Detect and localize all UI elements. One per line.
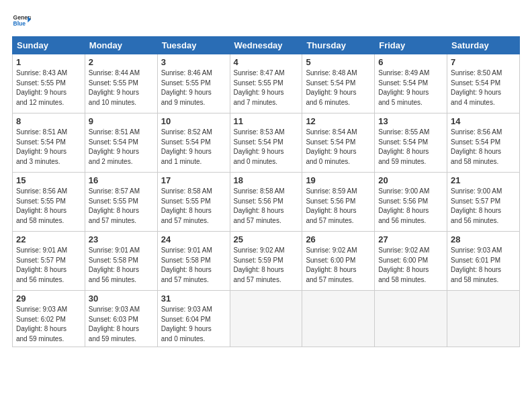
day-info: Sunrise: 9:00 AM Sunset: 5:57 PM Dayligh…: [451, 187, 516, 226]
day-info: Sunrise: 9:03 AM Sunset: 6:01 PM Dayligh…: [451, 246, 516, 285]
day-number: 20: [378, 175, 443, 185]
calendar-day-cell: 26Sunrise: 9:02 AM Sunset: 6:00 PM Dayli…: [302, 232, 375, 291]
calendar-day-cell: 20Sunrise: 9:00 AM Sunset: 5:56 PM Dayli…: [375, 173, 447, 232]
day-number: 4: [234, 57, 299, 67]
day-number: 28: [451, 234, 516, 244]
calendar-week-row: 8Sunrise: 8:51 AM Sunset: 5:54 PM Daylig…: [13, 113, 520, 173]
day-info: Sunrise: 9:02 AM Sunset: 6:00 PM Dayligh…: [306, 246, 371, 285]
day-info: Sunrise: 9:03 AM Sunset: 6:02 PM Dayligh…: [16, 305, 81, 344]
day-number: 5: [306, 57, 371, 67]
day-number: 14: [451, 116, 516, 126]
calendar-week-row: 29Sunrise: 9:03 AM Sunset: 6:02 PM Dayli…: [13, 291, 520, 347]
day-info: Sunrise: 8:44 AM Sunset: 5:55 PM Dayligh…: [89, 68, 154, 107]
day-number: 23: [89, 234, 154, 244]
day-number: 6: [378, 57, 443, 67]
weekday-header-row: SundayMondayTuesdayWednesdayThursdayFrid…: [13, 37, 520, 54]
day-number: 16: [89, 175, 154, 185]
day-info: Sunrise: 8:56 AM Sunset: 5:55 PM Dayligh…: [16, 187, 81, 226]
calendar-day-cell: 25Sunrise: 9:02 AM Sunset: 5:59 PM Dayli…: [230, 232, 302, 291]
day-info: Sunrise: 8:49 AM Sunset: 5:54 PM Dayligh…: [378, 68, 443, 107]
day-number: 18: [234, 175, 299, 185]
day-info: Sunrise: 9:02 AM Sunset: 5:59 PM Dayligh…: [234, 246, 299, 285]
calendar-day-cell: [375, 291, 447, 347]
day-number: 30: [89, 293, 154, 304]
day-number: 11: [234, 116, 299, 126]
calendar-day-cell: 14Sunrise: 8:56 AM Sunset: 5:54 PM Dayli…: [447, 113, 520, 173]
calendar-day-cell: 4Sunrise: 8:47 AM Sunset: 5:55 PM Daylig…: [230, 54, 302, 113]
day-number: 25: [234, 234, 299, 244]
day-info: Sunrise: 9:01 AM Sunset: 5:57 PM Dayligh…: [16, 246, 81, 285]
calendar-day-cell: [230, 291, 302, 347]
calendar-day-cell: 7Sunrise: 8:50 AM Sunset: 5:54 PM Daylig…: [447, 54, 520, 113]
day-info: Sunrise: 8:50 AM Sunset: 5:54 PM Dayligh…: [451, 68, 516, 107]
day-info: Sunrise: 8:51 AM Sunset: 5:54 PM Dayligh…: [89, 128, 154, 167]
calendar-table: SundayMondayTuesdayWednesdayThursdayFrid…: [12, 36, 520, 347]
calendar-day-cell: 27Sunrise: 9:02 AM Sunset: 6:00 PM Dayli…: [375, 232, 447, 291]
weekday-header: Sunday: [13, 37, 85, 54]
day-info: Sunrise: 8:56 AM Sunset: 5:54 PM Dayligh…: [451, 128, 516, 167]
calendar-day-cell: 22Sunrise: 9:01 AM Sunset: 5:57 PM Dayli…: [13, 232, 85, 291]
weekday-header: Friday: [375, 37, 447, 54]
calendar-day-cell: 18Sunrise: 8:58 AM Sunset: 5:56 PM Dayli…: [230, 173, 302, 232]
day-info: Sunrise: 8:51 AM Sunset: 5:54 PM Dayligh…: [16, 128, 81, 167]
header: General Blue: [12, 12, 520, 31]
day-info: Sunrise: 8:52 AM Sunset: 5:54 PM Dayligh…: [161, 128, 226, 167]
calendar-day-cell: 17Sunrise: 8:58 AM Sunset: 5:55 PM Dayli…: [157, 173, 230, 232]
weekday-header: Saturday: [447, 37, 520, 54]
calendar-day-cell: 28Sunrise: 9:03 AM Sunset: 6:01 PM Dayli…: [447, 232, 520, 291]
day-number: 24: [161, 234, 226, 244]
day-info: Sunrise: 8:57 AM Sunset: 5:55 PM Dayligh…: [89, 187, 154, 226]
day-info: Sunrise: 8:53 AM Sunset: 5:54 PM Dayligh…: [234, 128, 299, 167]
day-info: Sunrise: 8:55 AM Sunset: 5:54 PM Dayligh…: [378, 128, 443, 167]
calendar-day-cell: [302, 291, 375, 347]
calendar-day-cell: 6Sunrise: 8:49 AM Sunset: 5:54 PM Daylig…: [375, 54, 447, 113]
weekday-header: Wednesday: [230, 37, 302, 54]
calendar-day-cell: 15Sunrise: 8:56 AM Sunset: 5:55 PM Dayli…: [13, 173, 85, 232]
day-number: 3: [161, 57, 226, 67]
day-info: Sunrise: 9:02 AM Sunset: 6:00 PM Dayligh…: [378, 246, 443, 285]
weekday-header: Tuesday: [157, 37, 230, 54]
calendar-day-cell: 13Sunrise: 8:55 AM Sunset: 5:54 PM Dayli…: [375, 113, 447, 173]
calendar-day-cell: 23Sunrise: 9:01 AM Sunset: 5:58 PM Dayli…: [85, 232, 157, 291]
day-number: 8: [16, 116, 81, 126]
day-number: 10: [161, 116, 226, 126]
day-info: Sunrise: 8:54 AM Sunset: 5:54 PM Dayligh…: [306, 128, 371, 167]
day-info: Sunrise: 8:58 AM Sunset: 5:56 PM Dayligh…: [234, 187, 299, 226]
calendar-day-cell: 29Sunrise: 9:03 AM Sunset: 6:02 PM Dayli…: [13, 291, 85, 347]
calendar-day-cell: 30Sunrise: 9:03 AM Sunset: 6:03 PM Dayli…: [85, 291, 157, 347]
calendar-day-cell: 1Sunrise: 8:43 AM Sunset: 5:55 PM Daylig…: [13, 54, 85, 113]
calendar-day-cell: 21Sunrise: 9:00 AM Sunset: 5:57 PM Dayli…: [447, 173, 520, 232]
weekday-header: Thursday: [302, 37, 375, 54]
day-number: 19: [306, 175, 371, 185]
svg-text:Blue: Blue: [13, 20, 26, 27]
calendar-container: General Blue SundayMondayTuesdayWednesda…: [0, 0, 532, 354]
calendar-day-cell: 16Sunrise: 8:57 AM Sunset: 5:55 PM Dayli…: [85, 173, 157, 232]
calendar-day-cell: 2Sunrise: 8:44 AM Sunset: 5:55 PM Daylig…: [85, 54, 157, 113]
calendar-day-cell: 3Sunrise: 8:46 AM Sunset: 5:55 PM Daylig…: [157, 54, 230, 113]
day-number: 2: [89, 57, 154, 67]
day-number: 22: [16, 234, 81, 244]
day-info: Sunrise: 9:01 AM Sunset: 5:58 PM Dayligh…: [161, 246, 226, 285]
day-info: Sunrise: 9:03 AM Sunset: 6:04 PM Dayligh…: [161, 305, 226, 344]
day-info: Sunrise: 9:01 AM Sunset: 5:58 PM Dayligh…: [89, 246, 154, 285]
day-number: 7: [451, 57, 516, 67]
calendar-day-cell: 11Sunrise: 8:53 AM Sunset: 5:54 PM Dayli…: [230, 113, 302, 173]
day-number: 31: [161, 293, 226, 304]
day-number: 1: [16, 57, 81, 67]
calendar-week-row: 22Sunrise: 9:01 AM Sunset: 5:57 PM Dayli…: [13, 232, 520, 291]
calendar-day-cell: 19Sunrise: 8:59 AM Sunset: 5:56 PM Dayli…: [302, 173, 375, 232]
calendar-day-cell: 5Sunrise: 8:48 AM Sunset: 5:54 PM Daylig…: [302, 54, 375, 113]
day-number: 9: [89, 116, 154, 126]
calendar-day-cell: 10Sunrise: 8:52 AM Sunset: 5:54 PM Dayli…: [157, 113, 230, 173]
day-info: Sunrise: 9:00 AM Sunset: 5:56 PM Dayligh…: [378, 187, 443, 226]
day-number: 15: [16, 175, 81, 185]
weekday-header: Monday: [85, 37, 157, 54]
calendar-day-cell: 24Sunrise: 9:01 AM Sunset: 5:58 PM Dayli…: [157, 232, 230, 291]
calendar-day-cell: 8Sunrise: 8:51 AM Sunset: 5:54 PM Daylig…: [13, 113, 85, 173]
logo-icon: General Blue: [12, 12, 31, 31]
day-number: 29: [16, 293, 81, 304]
day-number: 12: [306, 116, 371, 126]
day-number: 26: [306, 234, 371, 244]
day-info: Sunrise: 8:46 AM Sunset: 5:55 PM Dayligh…: [161, 68, 226, 107]
day-number: 13: [378, 116, 443, 126]
